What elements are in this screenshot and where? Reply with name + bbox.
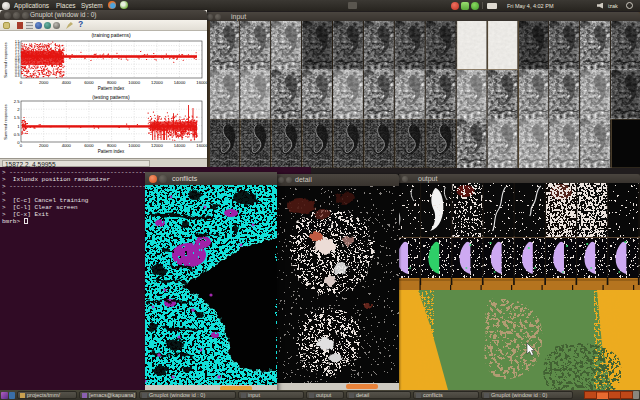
svg-text:2.5: 2.5 [14, 99, 20, 104]
svg-text:6000: 6000 [84, 143, 94, 148]
svg-text:12000: 12000 [151, 80, 163, 85]
svg-text:4000: 4000 [62, 80, 72, 85]
svg-text:2000: 2000 [39, 143, 49, 148]
svg-text:Pattern index: Pattern index [98, 149, 125, 154]
svg-text:(testing patterns): (testing patterns) [92, 94, 130, 100]
svg-text:10000: 10000 [128, 143, 140, 148]
svg-text:14000: 14000 [174, 80, 186, 85]
svg-text:16000: 16000 [196, 80, 207, 85]
svg-text:4000: 4000 [62, 143, 72, 148]
svg-text:16000: 16000 [196, 143, 207, 148]
svg-text:(training patterns): (training patterns) [91, 32, 131, 38]
svg-text:Summed responses: Summed responses [3, 42, 8, 78]
svg-text:14000: 14000 [174, 143, 186, 148]
svg-text:10000: 10000 [128, 80, 140, 85]
svg-text:8000: 8000 [107, 80, 117, 85]
svg-text:1.5: 1.5 [14, 115, 20, 120]
svg-text:6000: 6000 [84, 80, 94, 85]
svg-text:Pattern index: Pattern index [98, 86, 125, 91]
svg-text:0.5: 0.5 [14, 132, 20, 137]
svg-text:Summed responses: Summed responses [3, 104, 8, 140]
svg-text:0.3: 0.3 [15, 74, 20, 78]
svg-text:2000: 2000 [39, 80, 49, 85]
svg-text:8000: 8000 [107, 143, 117, 148]
svg-text:12000: 12000 [151, 143, 163, 148]
